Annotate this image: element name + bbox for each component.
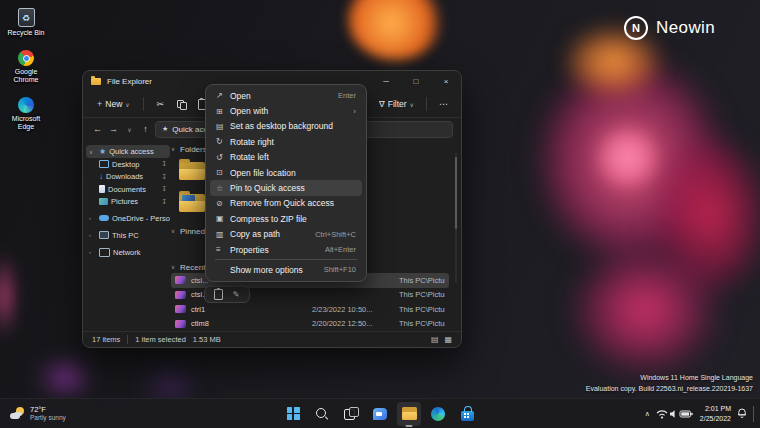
context-menu: ↗ Open Enter ⊞ Open with › ▤ Set as desk…	[205, 84, 367, 282]
back-button[interactable]: ←	[91, 124, 104, 134]
network-volume-battery-icons[interactable]	[656, 408, 694, 420]
menu-item-open[interactable]: ↗ Open Enter	[210, 88, 362, 103]
watermark-line1: Windows 11 Home Single Language	[586, 373, 753, 384]
filter-button[interactable]: ∇ Filter ∨	[374, 96, 419, 112]
file-name: ctlm8	[191, 319, 307, 328]
maximize-button[interactable]: □	[401, 71, 431, 91]
menu-item-set-as-desktop-background[interactable]: ▤ Set as desktop background	[210, 119, 362, 134]
menu-item-show-more-options[interactable]: Show more options Shift+F10	[210, 262, 362, 277]
taskbar-center-icons	[281, 399, 479, 428]
desktop-icon-google-chrome[interactable]: Google Chrome	[2, 50, 50, 84]
sidebar-item-desktop[interactable]: Desktop ↧	[86, 158, 170, 171]
chevron-down-icon: ∨	[171, 146, 175, 152]
close-button[interactable]: ×	[431, 71, 461, 91]
desktop-icon-microsoft-edge[interactable]: Microsoft Edge	[2, 97, 50, 131]
recent-locations-button[interactable]: ∨	[123, 126, 136, 133]
folder-icon	[179, 194, 205, 212]
up-button[interactable]: ↑	[139, 124, 152, 134]
chevron-down-icon: ∨	[125, 101, 129, 108]
downloads-folder-icon: ↓	[99, 173, 103, 181]
file-explorer-icon	[91, 78, 101, 85]
status-divider	[127, 335, 128, 344]
vertical-scrollbar[interactable]	[455, 153, 457, 283]
store-taskbar-button[interactable]	[455, 402, 479, 426]
menu-item-copy-as-path[interactable]: ▥ Copy as path Ctrl+Shift+C	[210, 227, 362, 242]
quick-access-icon: ★	[99, 148, 106, 156]
menu-separator	[215, 259, 357, 260]
details-view-icon[interactable]: ▤	[431, 335, 439, 344]
task-view-icon	[344, 407, 358, 421]
menu-item-open-with[interactable]: ⊞ Open with ›	[210, 103, 362, 118]
wallpaper-icon: ▤	[216, 122, 230, 131]
minimize-button[interactable]: ─	[371, 71, 401, 91]
task-view-button[interactable]	[339, 402, 363, 426]
quick-access-star-icon: ★	[162, 125, 168, 133]
open-with-icon: ⊞	[216, 107, 230, 116]
search-icon	[315, 407, 329, 421]
desktop-icon-list: ♻ Recycle Bin Google Chrome Microsoft Ed…	[2, 8, 50, 131]
sidebar-item-label: Pictures	[111, 197, 138, 206]
menu-item-rotate-left[interactable]: ↺ Rotate left	[210, 150, 362, 165]
sidebar-item-quick-access[interactable]: ∨ ★ Quick access	[86, 145, 170, 158]
search-button[interactable]	[310, 402, 334, 426]
context-menu-command-strip: ✎	[204, 286, 250, 303]
chevron-down-icon: ∨	[89, 149, 96, 155]
sidebar-item-onedrive[interactable]: › OneDrive - Personal	[86, 211, 170, 225]
thumbnails-view-icon[interactable]: ▦	[444, 335, 452, 344]
menu-item-compress-to-zip[interactable]: ▣ Compress to ZIP file	[210, 211, 362, 226]
edit-icon[interactable]: ✎	[233, 291, 240, 299]
documents-folder-icon	[99, 185, 105, 193]
funnel-icon: ∇	[379, 99, 385, 109]
menu-item-rotate-right[interactable]: ↻ Rotate right	[210, 134, 362, 149]
menu-item-pin-to-quick-access[interactable]: ☆ Pin to Quick access	[210, 180, 362, 195]
menu-item-open-file-location[interactable]: ⊡ Open file location	[210, 165, 362, 180]
sidebar-item-this-pc[interactable]: › This PC	[86, 228, 170, 242]
window-controls: ─ □ ×	[371, 71, 461, 91]
notification-bell-icon[interactable]	[737, 408, 747, 419]
menu-item-remove-from-quick-access[interactable]: ⊘ Remove from Quick access	[210, 196, 362, 211]
start-button[interactable]	[281, 402, 305, 426]
menu-item-label: Set as desktop background	[230, 121, 356, 131]
menu-item-shortcut: Shift+F10	[324, 265, 356, 274]
copy-button[interactable]	[172, 95, 191, 113]
sidebar-item-label: Quick access	[109, 147, 154, 156]
menu-item-label: Open file location	[230, 168, 356, 178]
file-date: 2/23/2022 10:50...	[312, 305, 394, 314]
scrollbar-thumb[interactable]	[455, 157, 457, 229]
table-row[interactable]: ctrl1 2/23/2022 10:50... This PC\Picture…	[171, 302, 449, 317]
file-location-icon: ⊡	[216, 168, 230, 177]
wallpaper-blob	[550, 225, 740, 395]
edge-taskbar-button[interactable]	[426, 402, 450, 426]
new-button[interactable]: + New ∨	[91, 96, 136, 112]
table-row[interactable]: ctlm8 2/20/2022 12:50... This PC\Picture…	[171, 317, 449, 330]
pin-icon: ↧	[162, 185, 167, 193]
file-path: This PC\Pictures	[399, 276, 445, 285]
menu-item-label: Open	[230, 91, 328, 101]
see-more-button[interactable]: ⋯	[434, 95, 453, 113]
clipboard-icon[interactable]	[214, 289, 223, 300]
sidebar-item-documents[interactable]: Documents ↧	[86, 183, 170, 196]
menu-item-properties[interactable]: ≡ Properties Alt+Enter	[210, 242, 362, 257]
desktop-icon-recycle-bin[interactable]: ♻ Recycle Bin	[2, 8, 50, 37]
chat-button[interactable]	[368, 402, 392, 426]
new-button-label: New	[105, 99, 122, 109]
search-input[interactable]	[363, 121, 453, 138]
weather-condition: Partly sunny	[30, 414, 66, 422]
file-explorer-taskbar-button[interactable]	[397, 402, 421, 426]
forward-button[interactable]: →	[107, 124, 120, 134]
sidebar-item-network[interactable]: › Network	[86, 245, 170, 259]
chrome-icon	[18, 50, 34, 66]
weather-widget[interactable]: 72°F Partly sunny	[6, 399, 70, 428]
chevron-down-icon: ∨	[171, 264, 175, 270]
menu-item-label: Properties	[230, 245, 315, 255]
edge-icon	[431, 407, 445, 421]
navigation-pane: ∨ ★ Quick access Desktop ↧ ↓ Downloads ↧…	[86, 145, 170, 259]
sidebar-item-pictures[interactable]: Pictures ↧	[86, 196, 170, 209]
tray-overflow-chevron-icon[interactable]: ∧	[645, 410, 650, 418]
clock[interactable]: 2:01 PM 2/25/2022	[700, 404, 731, 422]
this-pc-icon	[99, 231, 109, 239]
sidebar-item-downloads[interactable]: ↓ Downloads ↧	[86, 171, 170, 184]
cut-button[interactable]: ✂	[151, 95, 170, 113]
watermark-line2: Evaluation copy. Build 22563.ni_release.…	[586, 384, 753, 395]
show-desktop-button[interactable]	[753, 406, 757, 422]
